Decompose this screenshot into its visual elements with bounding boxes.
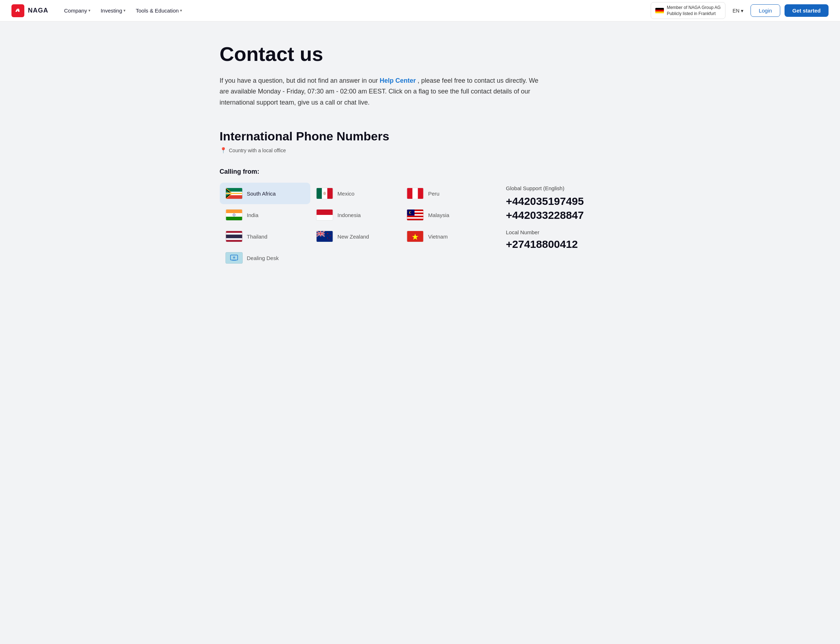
- logo-icon: [11, 4, 25, 17]
- svg-rect-36: [226, 235, 242, 238]
- pin-icon: 📍: [220, 147, 227, 154]
- thailand-flag-icon: [226, 231, 243, 242]
- south-africa-flag-icon: [226, 188, 243, 199]
- svg-rect-35: [226, 233, 242, 235]
- svg-rect-16: [226, 210, 242, 213]
- chevron-down-icon: ▾: [180, 8, 182, 13]
- country-vietnam[interactable]: Vietnam: [401, 226, 491, 247]
- country-grid: South Africa Mexico: [220, 183, 492, 269]
- calling-label: Calling from:: [220, 168, 492, 176]
- country-thailand[interactable]: Thailand: [220, 226, 310, 247]
- nav-company[interactable]: Company ▾: [60, 5, 95, 16]
- svg-rect-22: [316, 215, 332, 220]
- section-title: International Phone Numbers: [220, 129, 621, 143]
- main-content: Contact us If you have a question, but d…: [205, 21, 635, 297]
- svg-rect-55: [232, 260, 236, 261]
- language-selector[interactable]: EN ▾: [730, 6, 746, 16]
- svg-rect-15: [418, 188, 423, 199]
- malaysia-flag-icon: [406, 209, 424, 221]
- calling-section: Calling from: South Afric: [220, 168, 621, 269]
- svg-text:★: ★: [326, 233, 328, 235]
- page-title: Contact us: [220, 43, 621, 65]
- svg-point-20: [234, 215, 234, 215]
- logo[interactable]: NAGA: [11, 4, 48, 17]
- login-button[interactable]: Login: [750, 4, 780, 17]
- vietnam-flag-icon: [406, 231, 424, 242]
- svg-rect-13: [407, 188, 413, 199]
- svg-rect-30: [407, 219, 423, 220]
- phone-number-2: +442033228847: [506, 208, 621, 222]
- indonesia-flag-icon: [316, 209, 333, 221]
- member-badge-text: Member of NAGA Group AG Publicly listed …: [667, 5, 721, 17]
- country-malaysia[interactable]: Malaysia: [401, 204, 491, 226]
- svg-rect-18: [226, 217, 242, 220]
- svg-rect-28: [407, 216, 423, 217]
- germany-flag-icon: [655, 8, 664, 14]
- local-number: +27418800412: [506, 238, 578, 250]
- india-flag-icon: [226, 209, 243, 221]
- chevron-down-icon: ▾: [88, 8, 90, 13]
- svg-rect-37: [226, 238, 242, 240]
- svg-rect-11: [327, 188, 332, 199]
- mexico-flag-icon: [316, 188, 333, 199]
- logo-text: NAGA: [28, 7, 48, 14]
- country-indonesia[interactable]: Indonesia: [310, 204, 401, 226]
- local-office-note: 📍 Country with a local office: [220, 147, 621, 154]
- local-number-label: Local Number: [506, 229, 621, 235]
- svg-rect-9: [316, 188, 322, 199]
- member-badge: Member of NAGA Group AG Publicly listed …: [651, 2, 725, 19]
- svg-point-33: [410, 212, 412, 214]
- chevron-down-icon: ▾: [741, 8, 743, 14]
- country-dealing-desk[interactable]: Dealing Desk: [220, 247, 310, 269]
- help-center-link[interactable]: Help Center: [380, 77, 416, 84]
- main-nav: Company ▾ Investing ▾ Tools & Education …: [60, 5, 639, 16]
- new-zealand-flag-icon: ★ ★ ★ ★: [316, 231, 333, 242]
- intro-paragraph: If you have a question, but did not find…: [220, 75, 542, 108]
- header-right: Member of NAGA Group AG Publicly listed …: [651, 2, 829, 19]
- get-started-button[interactable]: Get started: [784, 4, 829, 17]
- phone-number-1: +442035197495: [506, 194, 621, 208]
- chevron-down-icon: ▾: [123, 8, 126, 13]
- svg-rect-21: [316, 210, 332, 215]
- country-india[interactable]: India: [220, 204, 310, 226]
- country-list: Calling from: South Afric: [220, 168, 492, 269]
- svg-point-12: [323, 192, 326, 195]
- svg-rect-46: [316, 233, 324, 234]
- svg-point-54: [233, 256, 235, 259]
- country-mexico[interactable]: Mexico: [310, 183, 401, 204]
- phone-numbers-panel: Global Support (English) +442035197495 +…: [506, 168, 621, 250]
- country-new-zealand[interactable]: ★ ★ ★ ★ New Zealand: [310, 226, 401, 247]
- country-south-africa[interactable]: South Africa: [220, 183, 310, 204]
- svg-rect-14: [413, 188, 418, 199]
- dealing-desk-icon: [226, 252, 243, 264]
- svg-rect-8: [226, 193, 242, 194]
- svg-rect-29: [407, 217, 423, 219]
- svg-text:★: ★: [329, 240, 330, 241]
- global-support-label: Global Support (English): [506, 185, 621, 191]
- nav-investing[interactable]: Investing ▾: [96, 5, 130, 16]
- header: NAGA Company ▾ Investing ▾ Tools & Educa…: [0, 0, 840, 21]
- nav-tools-education[interactable]: Tools & Education ▾: [131, 5, 187, 16]
- peru-flag-icon: [406, 188, 424, 199]
- country-peru[interactable]: Peru: [401, 183, 491, 204]
